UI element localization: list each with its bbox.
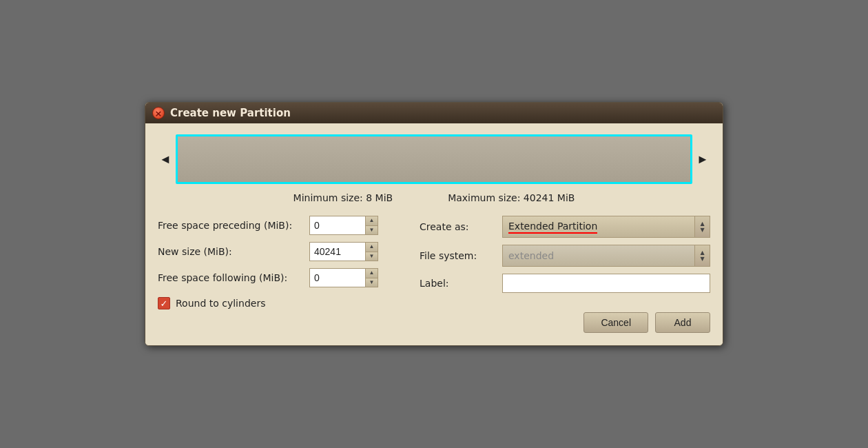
titlebar: Create new Partition: [145, 103, 723, 123]
create-as-up-arrow-icon: ▲: [700, 221, 704, 227]
min-size-label: Minimum size: 8 MiB: [293, 192, 393, 203]
free-space-following-down-button[interactable]: ▼: [366, 278, 378, 287]
file-system-down-arrow-icon: ▼: [700, 256, 704, 262]
create-as-label: Create as:: [420, 221, 502, 232]
dialog-title: Create new Partition: [170, 107, 291, 119]
round-cylinders-row: Round to cylinders: [158, 297, 406, 309]
bar-right-arrow-button[interactable]: ►: [695, 147, 710, 172]
partition-bar-container: [176, 134, 692, 184]
free-space-following-row: Free space following (MiB): ▲ ▼: [158, 268, 406, 287]
bar-left-arrow-button[interactable]: ◄: [158, 147, 173, 172]
buttons-row: Cancel Add: [420, 312, 710, 333]
round-cylinders-label: Round to cylinders: [176, 298, 265, 309]
create-as-down-arrow-icon: ▼: [700, 227, 704, 233]
create-as-value: Extended Partition: [503, 216, 694, 237]
create-as-row: Create as: Extended Partition ▲ ▼: [420, 216, 710, 238]
free-space-following-spinbox[interactable]: ▲ ▼: [309, 268, 378, 287]
free-space-preceding-label: Free space preceding (MiB):: [158, 220, 309, 231]
new-size-input[interactable]: [310, 243, 365, 261]
right-arrow-icon: ►: [696, 152, 709, 167]
cancel-button[interactable]: Cancel: [583, 312, 648, 333]
form-right: Create as: Extended Partition ▲ ▼ File s…: [406, 216, 710, 333]
label-input[interactable]: [502, 274, 710, 293]
max-size-label: Maximum size: 40241 MiB: [448, 192, 575, 203]
new-size-spinbox-buttons: ▲ ▼: [365, 243, 378, 261]
free-space-preceding-input[interactable]: [310, 216, 365, 234]
free-space-preceding-up-button[interactable]: ▲: [366, 216, 378, 226]
free-space-following-input[interactable]: [310, 269, 365, 287]
create-partition-dialog: Create new Partition ◄ ► Minimum size: 8…: [145, 102, 723, 346]
partition-bar-wrapper: ◄ ►: [158, 134, 710, 184]
file-system-dropdown: extended ▲ ▼: [502, 245, 710, 267]
form-left: Free space preceding (MiB): ▲ ▼ New size…: [158, 216, 406, 333]
close-button[interactable]: [152, 107, 165, 119]
left-arrow-icon: ◄: [159, 152, 172, 167]
form-area: Free space preceding (MiB): ▲ ▼ New size…: [158, 216, 710, 333]
free-space-preceding-row: Free space preceding (MiB): ▲ ▼: [158, 216, 406, 235]
file-system-dropdown-arrows: ▲ ▼: [694, 245, 710, 266]
new-size-row: New size (MiB): ▲ ▼: [158, 242, 406, 261]
file-system-label: File system:: [420, 250, 502, 261]
round-cylinders-checkbox[interactable]: [158, 297, 170, 309]
free-space-following-spinbox-buttons: ▲ ▼: [365, 269, 378, 287]
free-space-preceding-spinbox[interactable]: ▲ ▼: [309, 216, 378, 235]
create-as-dropdown[interactable]: Extended Partition ▲ ▼: [502, 216, 710, 238]
add-button[interactable]: Add: [655, 312, 710, 333]
dialog-content: ◄ ► Minimum size: 8 MiB Maximum size: 40…: [145, 123, 723, 345]
create-as-dropdown-arrows[interactable]: ▲ ▼: [694, 216, 710, 237]
new-size-spinbox[interactable]: ▲ ▼: [309, 242, 378, 261]
new-size-down-button[interactable]: ▼: [366, 252, 378, 261]
file-system-up-arrow-icon: ▲: [700, 250, 704, 256]
free-space-preceding-spinbox-buttons: ▲ ▼: [365, 216, 378, 234]
free-space-following-up-button[interactable]: ▲: [366, 269, 378, 278]
file-system-row: File system: extended ▲ ▼: [420, 245, 710, 267]
partition-bar: [178, 136, 690, 182]
label-row: Label:: [420, 274, 710, 293]
label-label: Label:: [420, 278, 502, 289]
new-size-label: New size (MiB):: [158, 246, 309, 257]
file-system-value: extended: [503, 245, 694, 266]
free-space-preceding-down-button[interactable]: ▼: [366, 226, 378, 235]
new-size-up-button[interactable]: ▲: [366, 243, 378, 252]
free-space-following-label: Free space following (MiB):: [158, 272, 309, 283]
size-info-row: Minimum size: 8 MiB Maximum size: 40241 …: [158, 192, 710, 203]
